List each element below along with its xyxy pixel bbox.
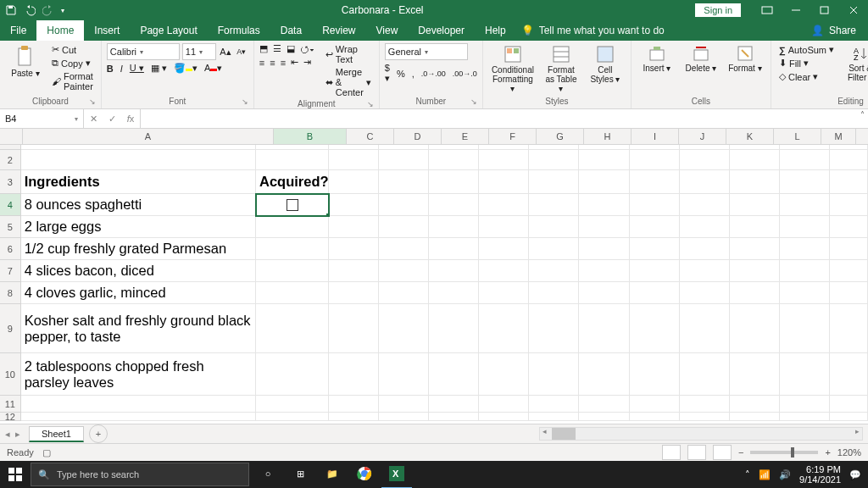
cell[interactable] [830, 353, 868, 396]
cell[interactable] [680, 353, 730, 396]
cell[interactable]: 4 slices bacon, diced [21, 260, 256, 282]
cell[interactable] [429, 150, 479, 170]
cell[interactable] [780, 194, 830, 216]
minimize-icon[interactable] [782, 0, 810, 20]
cell[interactable] [479, 396, 529, 413]
cell[interactable] [256, 194, 329, 216]
cell[interactable] [379, 170, 429, 194]
cell[interactable] [479, 413, 529, 421]
cell[interactable] [256, 216, 329, 238]
column-header[interactable]: D [394, 129, 442, 144]
cell[interactable] [579, 304, 629, 353]
cell[interactable] [630, 150, 680, 170]
cell[interactable] [529, 194, 579, 216]
sort-filter-button[interactable]: AZSort & Filter ▾ [840, 43, 868, 84]
cell[interactable] [379, 396, 429, 413]
tab-formulas[interactable]: Formulas [208, 20, 270, 41]
cell[interactable] [730, 170, 780, 194]
cell[interactable] [680, 238, 730, 260]
decrease-decimal-icon[interactable]: .00→.0 [453, 69, 477, 78]
cell[interactable] [579, 150, 629, 170]
cell[interactable] [780, 282, 830, 304]
cell[interactable] [429, 304, 479, 353]
formula-bar[interactable] [141, 109, 868, 128]
cell[interactable] [730, 150, 780, 170]
cell[interactable] [329, 194, 379, 216]
percent-button[interactable]: % [397, 69, 405, 79]
cell[interactable] [630, 194, 680, 216]
scroll-thumb[interactable] [552, 428, 576, 440]
task-view-icon[interactable]: ⊞ [285, 460, 315, 487]
cell[interactable] [329, 282, 379, 304]
sign-in-button[interactable]: Sign in [695, 3, 741, 17]
font-color-button[interactable]: A▾ [204, 63, 222, 74]
format-as-table-button[interactable]: Format as Table ▾ [541, 43, 581, 95]
column-header[interactable]: J [679, 129, 726, 144]
tab-help[interactable]: Help [475, 20, 516, 41]
cell[interactable]: 2 tablespoons chopped fresh parsley leav… [21, 353, 256, 396]
cell[interactable]: 1/2 cup freshly grated Parmesan [21, 238, 256, 260]
normal-view-icon[interactable] [662, 445, 681, 460]
cell[interactable] [329, 216, 379, 238]
cell[interactable] [329, 238, 379, 260]
cell[interactable] [379, 216, 429, 238]
cell[interactable] [479, 304, 529, 353]
cell[interactable] [429, 194, 479, 216]
cell[interactable] [780, 413, 830, 421]
tab-review[interactable]: Review [312, 20, 365, 41]
zoom-slider[interactable] [750, 451, 818, 454]
cell[interactable] [680, 170, 730, 194]
align-center-icon[interactable]: ≡ [270, 58, 275, 68]
cell[interactable] [529, 304, 579, 353]
underline-button[interactable]: U ▾ [130, 63, 144, 74]
paste-button[interactable]: Paste ▾ [5, 43, 46, 80]
cell[interactable] [830, 216, 868, 238]
tab-data[interactable]: Data [270, 20, 312, 41]
qat-dropdown-icon[interactable]: ▾ [61, 7, 64, 14]
cell[interactable] [329, 304, 379, 353]
cell[interactable] [830, 194, 868, 216]
column-header[interactable]: L [774, 129, 821, 144]
column-header[interactable]: E [442, 129, 489, 144]
maximize-icon[interactable] [810, 0, 839, 20]
cell[interactable] [379, 260, 429, 282]
cell[interactable] [21, 150, 256, 170]
select-all-triangle[interactable] [0, 129, 23, 144]
macro-record-icon[interactable]: ▢ [42, 447, 51, 458]
cell[interactable] [429, 170, 479, 194]
autosum-button[interactable]: ∑ AutoSum ▾ [776, 43, 837, 56]
cell[interactable]: 4 cloves garlic, minced [21, 282, 256, 304]
format-cells-button[interactable]: Format ▾ [725, 43, 765, 75]
cell[interactable] [579, 216, 629, 238]
cell[interactable] [479, 238, 529, 260]
tab-page-layout[interactable]: Page Layout [130, 20, 207, 41]
increase-indent-icon[interactable]: ⇥ [303, 57, 311, 68]
cell[interactable] [479, 170, 529, 194]
alignment-dialog-icon[interactable]: ↘ [367, 100, 374, 108]
cell[interactable] [830, 260, 868, 282]
insert-cells-button[interactable]: Insert ▾ [637, 43, 677, 75]
ribbon-display-icon[interactable] [753, 0, 782, 20]
clipboard-dialog-icon[interactable]: ↘ [89, 97, 96, 106]
cell[interactable] [256, 150, 329, 170]
cell[interactable] [429, 260, 479, 282]
cell[interactable] [780, 260, 830, 282]
cell[interactable] [630, 260, 680, 282]
fill-color-button[interactable]: 🪣▾ [174, 63, 198, 74]
cell[interactable] [256, 282, 329, 304]
row-header[interactable]: 6 [0, 238, 21, 260]
cell[interactable] [630, 282, 680, 304]
cell[interactable] [479, 282, 529, 304]
tab-developer[interactable]: Developer [408, 20, 475, 41]
cell[interactable] [730, 353, 780, 396]
italic-button[interactable]: I [120, 64, 123, 74]
align-bottom-icon[interactable]: ⬓ [287, 43, 295, 54]
cell[interactable] [529, 216, 579, 238]
cell[interactable] [830, 304, 868, 353]
align-left-icon[interactable]: ≡ [259, 58, 264, 68]
cell[interactable] [21, 396, 256, 413]
cell[interactable] [680, 413, 730, 421]
column-header[interactable]: I [632, 129, 679, 144]
cell[interactable] [529, 260, 579, 282]
taskbar-clock[interactable]: 6:19 PM 9/14/2021 [799, 464, 841, 485]
